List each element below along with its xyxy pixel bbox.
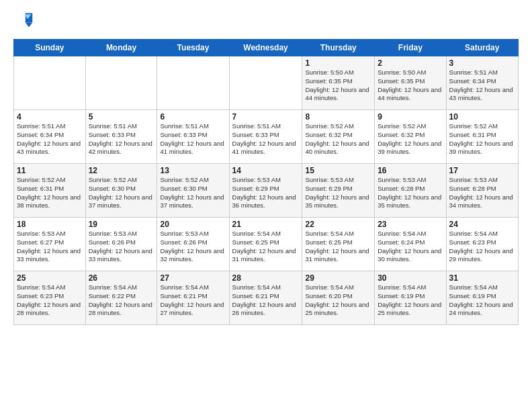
day-info: Sunrise: 5:52 AM Sunset: 6:31 PM Dayligh… — [17, 176, 83, 210]
calendar-cell: 20Sunrise: 5:53 AM Sunset: 6:26 PM Dayli… — [157, 218, 229, 271]
calendar-cell — [85, 56, 157, 110]
day-info: Sunrise: 5:52 AM Sunset: 6:31 PM Dayligh… — [449, 122, 515, 156]
day-info: Sunrise: 5:54 AM Sunset: 6:19 PM Dayligh… — [378, 283, 443, 318]
page: SundayMondayTuesdayWednesdayThursdayFrid… — [0, 0, 532, 332]
day-number: 5 — [89, 112, 154, 122]
day-number: 23 — [378, 220, 443, 229]
calendar-cell: 28Sunrise: 5:54 AM Sunset: 6:21 PM Dayli… — [229, 271, 302, 325]
calendar-cell — [229, 56, 302, 110]
day-number: 27 — [160, 273, 226, 283]
day-info: Sunrise: 5:52 AM Sunset: 6:32 PM Dayligh… — [378, 122, 443, 156]
day-number: 1 — [305, 58, 371, 68]
day-number: 9 — [378, 112, 443, 122]
day-number: 22 — [305, 220, 371, 229]
calendar-header-row: SundayMondayTuesdayWednesdayThursdayFrid… — [14, 40, 519, 56]
day-number: 16 — [378, 166, 443, 175]
day-info: Sunrise: 5:53 AM Sunset: 6:28 PM Dayligh… — [378, 176, 443, 210]
day-info: Sunrise: 5:54 AM Sunset: 6:24 PM Dayligh… — [378, 230, 443, 264]
day-info: Sunrise: 5:54 AM Sunset: 6:25 PM Dayligh… — [305, 230, 371, 264]
calendar-cell: 10Sunrise: 5:52 AM Sunset: 6:31 PM Dayli… — [446, 110, 518, 164]
day-number: 8 — [305, 112, 371, 122]
calendar-cell: 3Sunrise: 5:51 AM Sunset: 6:34 PM Daylig… — [446, 56, 518, 110]
day-info: Sunrise: 5:50 AM Sunset: 6:35 PM Dayligh… — [305, 68, 371, 103]
calendar-cell: 15Sunrise: 5:53 AM Sunset: 6:29 PM Dayli… — [302, 164, 375, 218]
day-info: Sunrise: 5:53 AM Sunset: 6:29 PM Dayligh… — [232, 176, 300, 210]
day-info: Sunrise: 5:51 AM Sunset: 6:33 PM Dayligh… — [89, 122, 154, 156]
day-info: Sunrise: 5:52 AM Sunset: 6:30 PM Dayligh… — [89, 176, 154, 210]
calendar-cell: 25Sunrise: 5:54 AM Sunset: 6:23 PM Dayli… — [14, 271, 86, 325]
day-number: 4 — [17, 112, 83, 122]
calendar-cell: 22Sunrise: 5:54 AM Sunset: 6:25 PM Dayli… — [302, 218, 375, 271]
calendar-cell: 19Sunrise: 5:53 AM Sunset: 6:26 PM Dayli… — [85, 218, 157, 271]
svg-marker-1 — [26, 23, 33, 28]
calendar-cell: 13Sunrise: 5:52 AM Sunset: 6:30 PM Dayli… — [157, 164, 229, 218]
calendar-cell: 27Sunrise: 5:54 AM Sunset: 6:21 PM Dayli… — [157, 271, 229, 325]
weekday-header-friday: Friday — [375, 40, 446, 56]
day-info: Sunrise: 5:51 AM Sunset: 6:33 PM Dayligh… — [232, 122, 300, 156]
day-info: Sunrise: 5:50 AM Sunset: 6:35 PM Dayligh… — [378, 68, 443, 103]
calendar-cell: 29Sunrise: 5:54 AM Sunset: 6:20 PM Dayli… — [302, 271, 375, 325]
calendar-cell — [157, 56, 229, 110]
calendar-cell: 2Sunrise: 5:50 AM Sunset: 6:35 PM Daylig… — [375, 56, 446, 110]
day-number: 29 — [305, 273, 371, 283]
day-info: Sunrise: 5:54 AM Sunset: 6:20 PM Dayligh… — [305, 283, 371, 318]
day-number: 30 — [378, 273, 443, 283]
day-number: 10 — [449, 112, 515, 122]
day-number: 18 — [17, 220, 83, 229]
day-number: 11 — [17, 166, 83, 175]
calendar-week-row: 11Sunrise: 5:52 AM Sunset: 6:31 PM Dayli… — [14, 164, 519, 218]
calendar-cell: 4Sunrise: 5:51 AM Sunset: 6:34 PM Daylig… — [14, 110, 86, 164]
day-number: 12 — [89, 166, 154, 175]
day-info: Sunrise: 5:54 AM Sunset: 6:19 PM Dayligh… — [449, 283, 515, 318]
calendar-cell: 21Sunrise: 5:54 AM Sunset: 6:25 PM Dayli… — [229, 218, 302, 271]
calendar-cell: 12Sunrise: 5:52 AM Sunset: 6:30 PM Dayli… — [85, 164, 157, 218]
day-info: Sunrise: 5:54 AM Sunset: 6:23 PM Dayligh… — [17, 283, 83, 318]
logo — [13, 11, 36, 32]
calendar-cell: 16Sunrise: 5:53 AM Sunset: 6:28 PM Dayli… — [375, 164, 446, 218]
calendar-cell: 14Sunrise: 5:53 AM Sunset: 6:29 PM Dayli… — [229, 164, 302, 218]
header — [13, 11, 519, 32]
day-info: Sunrise: 5:53 AM Sunset: 6:26 PM Dayligh… — [89, 230, 154, 264]
calendar-cell: 31Sunrise: 5:54 AM Sunset: 6:19 PM Dayli… — [446, 271, 518, 325]
calendar-cell: 23Sunrise: 5:54 AM Sunset: 6:24 PM Dayli… — [375, 218, 446, 271]
day-info: Sunrise: 5:51 AM Sunset: 6:34 PM Dayligh… — [17, 122, 83, 156]
weekday-header-saturday: Saturday — [446, 40, 518, 56]
day-number: 24 — [449, 220, 515, 229]
weekday-header-wednesday: Wednesday — [229, 40, 302, 56]
day-number: 26 — [89, 273, 154, 283]
day-number: 31 — [449, 273, 515, 283]
weekday-header-tuesday: Tuesday — [157, 40, 229, 56]
day-info: Sunrise: 5:54 AM Sunset: 6:22 PM Dayligh… — [89, 283, 154, 318]
day-info: Sunrise: 5:51 AM Sunset: 6:33 PM Dayligh… — [160, 122, 226, 156]
day-number: 15 — [305, 166, 371, 175]
day-info: Sunrise: 5:53 AM Sunset: 6:29 PM Dayligh… — [305, 176, 371, 210]
day-number: 25 — [17, 273, 83, 283]
day-number: 17 — [449, 166, 515, 175]
calendar-cell: 7Sunrise: 5:51 AM Sunset: 6:33 PM Daylig… — [229, 110, 302, 164]
day-number: 28 — [232, 273, 300, 283]
day-info: Sunrise: 5:54 AM Sunset: 6:23 PM Dayligh… — [449, 230, 515, 264]
calendar-table: SundayMondayTuesdayWednesdayThursdayFrid… — [13, 39, 519, 325]
calendar-cell: 17Sunrise: 5:53 AM Sunset: 6:28 PM Dayli… — [446, 164, 518, 218]
calendar-week-row: 1Sunrise: 5:50 AM Sunset: 6:35 PM Daylig… — [14, 56, 519, 110]
day-info: Sunrise: 5:52 AM Sunset: 6:30 PM Dayligh… — [160, 176, 226, 210]
calendar-cell: 1Sunrise: 5:50 AM Sunset: 6:35 PM Daylig… — [302, 56, 375, 110]
weekday-header-monday: Monday — [85, 40, 157, 56]
weekday-header-sunday: Sunday — [14, 40, 86, 56]
calendar-week-row: 18Sunrise: 5:53 AM Sunset: 6:27 PM Dayli… — [14, 218, 519, 271]
day-info: Sunrise: 5:51 AM Sunset: 6:34 PM Dayligh… — [449, 68, 515, 103]
calendar-cell: 5Sunrise: 5:51 AM Sunset: 6:33 PM Daylig… — [85, 110, 157, 164]
day-number: 7 — [232, 112, 300, 122]
day-number: 21 — [232, 220, 300, 229]
day-number: 6 — [160, 112, 226, 122]
day-info: Sunrise: 5:54 AM Sunset: 6:21 PM Dayligh… — [160, 283, 226, 318]
day-number: 20 — [160, 220, 226, 229]
calendar-cell — [14, 56, 86, 110]
calendar-cell: 30Sunrise: 5:54 AM Sunset: 6:19 PM Dayli… — [375, 271, 446, 325]
day-number: 14 — [232, 166, 300, 175]
calendar-cell: 24Sunrise: 5:54 AM Sunset: 6:23 PM Dayli… — [446, 218, 518, 271]
day-info: Sunrise: 5:54 AM Sunset: 6:21 PM Dayligh… — [232, 283, 300, 318]
calendar-cell: 9Sunrise: 5:52 AM Sunset: 6:32 PM Daylig… — [375, 110, 446, 164]
day-number: 3 — [449, 58, 515, 68]
day-info: Sunrise: 5:53 AM Sunset: 6:26 PM Dayligh… — [160, 230, 226, 264]
